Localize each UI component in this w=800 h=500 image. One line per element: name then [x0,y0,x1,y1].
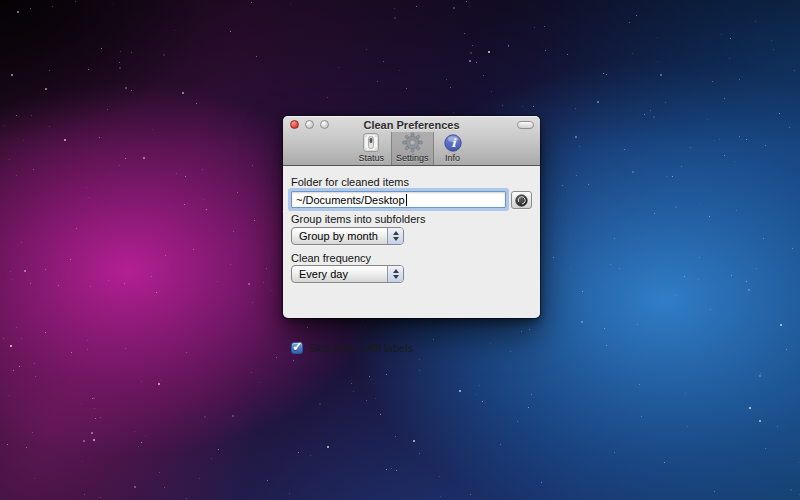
text-caret [406,194,407,206]
switch-icon [363,133,379,152]
folder-path-value: ~/Documents/Desktop [296,194,405,206]
preferences-window: Clean Preferences Status [283,116,540,318]
skip-labels-row: Skip items with labels [291,342,413,354]
popup-arrows-icon [387,228,403,244]
choose-folder-button[interactable] [511,191,532,209]
folder-label: Folder for cleaned items [291,176,409,188]
toolbar-item-info[interactable]: i Info [436,132,470,165]
toolbar-item-label: Settings [396,153,429,163]
traffic-lights [290,120,329,129]
window-titlebar[interactable]: Clean Preferences [283,116,540,133]
toolbar-item-label: Info [445,153,460,163]
group-by-value: Group by month [292,228,387,244]
info-icon: i [444,134,462,152]
frequency-label: Clean frequency [291,252,371,264]
desktop-wallpaper: Clean Preferences Status [0,0,800,500]
group-label: Group items into subfolders [291,213,426,225]
settings-pane: Folder for cleaned items ~/Documents/Des… [283,166,540,318]
skip-labels-checkbox[interactable] [291,342,303,354]
close-button[interactable] [290,120,299,129]
toolbar-item-label: Status [358,153,384,163]
toolbar-item-status[interactable]: Status [353,132,389,165]
popup-arrows-icon [387,266,403,282]
window-header: Clean Preferences Status [283,116,540,166]
gear-icon [402,132,423,152]
toolbar: Status [283,133,540,165]
toolbar-toggle-button[interactable] [517,121,534,129]
browse-icon [515,194,528,207]
folder-path-field[interactable]: ~/Documents/Desktop [291,191,506,208]
group-by-popup[interactable]: Group by month [291,227,404,245]
skip-labels-label: Skip items with labels [308,342,413,354]
frequency-popup[interactable]: Every day [291,265,404,283]
frequency-value: Every day [292,266,387,282]
zoom-button[interactable] [320,120,329,129]
minimize-button[interactable] [305,120,314,129]
toolbar-item-settings[interactable]: Settings [391,132,434,165]
